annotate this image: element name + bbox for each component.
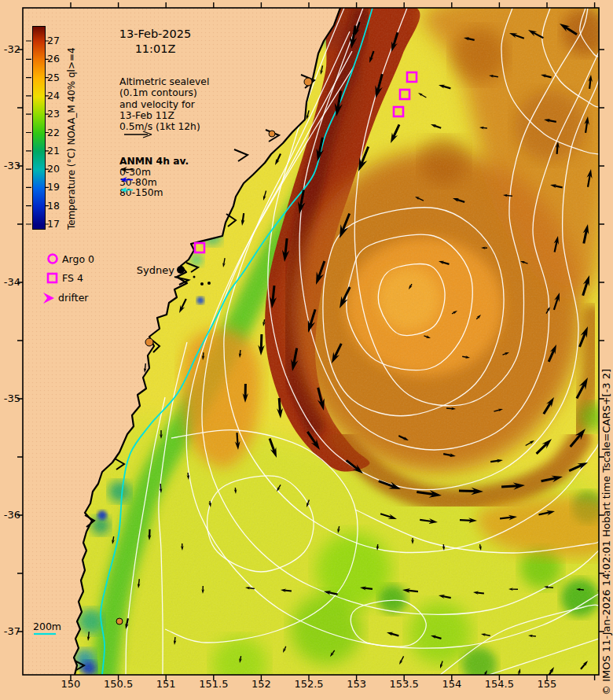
colorbar-tick-label: 19	[47, 181, 71, 193]
y-tick-label: -35	[0, 392, 20, 404]
station-dot	[193, 276, 196, 278]
colorbar-tick-label: 26	[47, 53, 71, 64]
map-canvas	[0, 0, 613, 700]
platform-legend-label-square: FS 4	[62, 272, 83, 284]
altimetry-info-line: and velocity for	[119, 99, 209, 110]
anmn-legend-item: 0-30m	[119, 166, 151, 176]
y-tick-label: -32	[0, 43, 20, 55]
anmn-legend-title: ANMN 4h av.	[119, 156, 189, 167]
depth-arrow-icon	[119, 176, 134, 183]
colorbar-tick-label: 23	[47, 108, 71, 120]
colorbar-tick-label: 17	[47, 218, 71, 230]
platform-legend-label-arrow: drifter	[58, 292, 88, 304]
altimetry-info-line: 13-Feb 11Z	[119, 110, 209, 121]
y-tick-label: -34	[0, 276, 20, 288]
x-tick-label: 155	[525, 678, 569, 690]
city-label-sydney: Sydney	[119, 264, 174, 276]
sydney-city-dot	[177, 266, 185, 274]
x-tick-label: 152	[239, 678, 283, 690]
colorbar-tick-label: 21	[47, 145, 71, 157]
x-tick-label: 153.5	[382, 678, 426, 690]
anmn-legend-item: 30-80m	[119, 176, 157, 186]
depth-arrow-icon	[119, 166, 134, 173]
x-tick-label: 150	[49, 678, 93, 690]
x-tick-label: 152.5	[287, 678, 331, 690]
colorbar-tick-label: 18	[47, 200, 71, 212]
platform-legend-label-circle: Argo 0	[62, 253, 94, 265]
colorbar-tick-label: 22	[47, 127, 71, 138]
map-date: 13-Feb-2025	[98, 28, 212, 40]
altimetry-info-line: (0.1m contours)	[119, 87, 209, 98]
colorbar-tick-label: 27	[47, 35, 71, 46]
altimetry-info-line: Altimetric sealevel	[119, 76, 209, 87]
altimetry-info-block: Altimetric sealevel(0.1m contours)and ve…	[119, 76, 209, 132]
station-dot	[207, 282, 211, 285]
oceancurrent-sst-map-figure: 13-Feb-2025 11:01Z Altimetric sealevel(0…	[0, 0, 613, 700]
altimetry-info-line: 0.5m/s (1kt 12h)	[119, 121, 209, 132]
x-tick-label: 151.5	[192, 678, 236, 690]
station-dot	[200, 282, 204, 286]
map-time: 11:01Z	[98, 42, 212, 55]
colorbar-tick-label: 24	[47, 90, 71, 101]
temperature-colorbar	[32, 26, 46, 230]
x-tick-label: 150.5	[97, 678, 141, 690]
x-tick-label: 153	[335, 678, 379, 690]
anmn-legend-item: 80-150m	[119, 186, 163, 197]
colorbar-tick-label: 25	[47, 72, 71, 83]
colorbar-tick-label: 20	[47, 163, 71, 175]
y-tick-label: -37	[0, 625, 20, 637]
y-tick-label: -33	[0, 160, 20, 171]
x-tick-label: 151	[144, 678, 188, 690]
x-tick-label: 154	[430, 678, 474, 690]
imos-credit-text: © IMOS 11-Jan-2026 14:02:01 Hobart time …	[600, 369, 612, 695]
isobath-200m-label: 200m	[33, 621, 61, 632]
y-tick-label: -36	[0, 509, 20, 521]
depth-arrow-icon	[119, 186, 134, 193]
x-tick-label: 154.5	[477, 678, 521, 690]
